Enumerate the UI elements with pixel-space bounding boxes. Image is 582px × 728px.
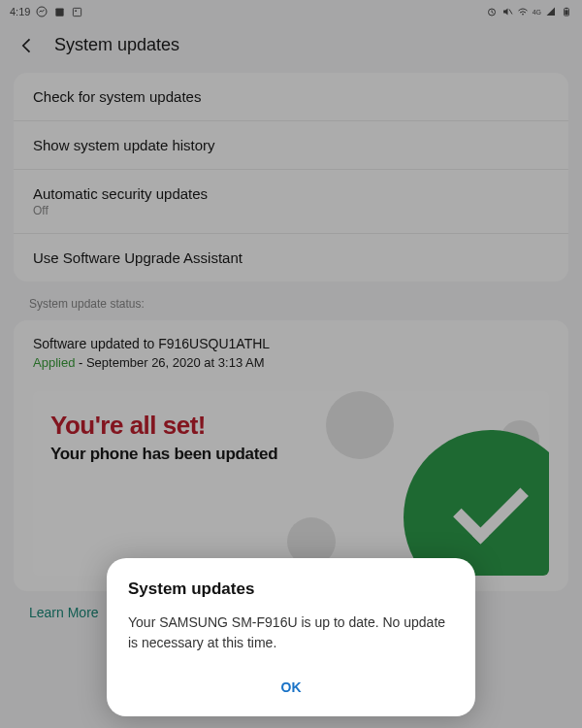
ok-button[interactable]: OK xyxy=(266,672,317,703)
dialog-title: System updates xyxy=(128,579,454,599)
update-dialog: System updates Your SAMSUNG SM-F916U is … xyxy=(107,558,475,716)
dialog-body: Your SAMSUNG SM-F916U is up to date. No … xyxy=(128,612,454,652)
